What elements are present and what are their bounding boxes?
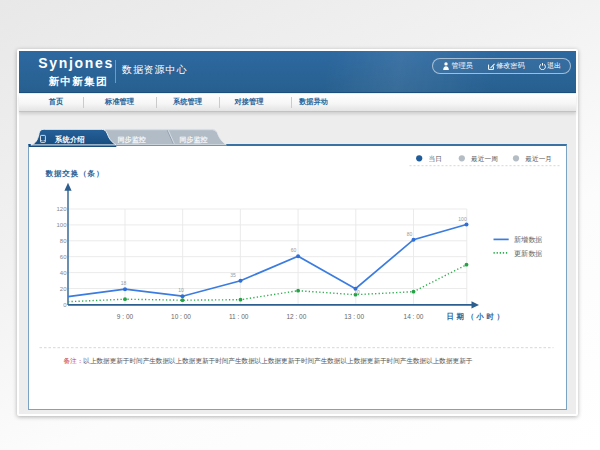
svg-text:10 : 00: 10 : 00 — [172, 312, 192, 319]
svg-text:100: 100 — [459, 215, 468, 221]
svg-text:100: 100 — [57, 222, 68, 228]
svg-text:最近一周: 最近一周 — [471, 154, 499, 161]
svg-text:120: 120 — [57, 206, 68, 212]
svg-text:35: 35 — [231, 272, 237, 278]
svg-text:10: 10 — [355, 289, 361, 295]
svg-text:11 : 00: 11 : 00 — [229, 312, 249, 319]
svg-text:9 : 00: 9 : 00 — [117, 312, 134, 319]
svg-text:40: 40 — [60, 270, 67, 276]
svg-text:18: 18 — [121, 280, 127, 286]
svg-text:日期（小时）: 日期（小时） — [447, 312, 507, 321]
svg-text:0: 0 — [64, 301, 68, 307]
svg-text:60: 60 — [291, 247, 297, 253]
svg-text:80: 80 — [407, 230, 413, 236]
svg-text:14 : 00: 14 : 00 — [404, 312, 424, 319]
svg-text:10: 10 — [179, 287, 185, 293]
svg-text:同步监控: 同步监控 — [179, 135, 207, 143]
svg-text:80: 80 — [60, 238, 67, 244]
svg-text:当日: 当日 — [429, 154, 442, 162]
svg-text:更新数据: 更新数据 — [514, 248, 542, 257]
svg-text:同步监控: 同步监控 — [117, 135, 145, 143]
svg-text:60: 60 — [60, 254, 67, 260]
svg-text:数据交换（条）: 数据交换（条） — [45, 168, 105, 177]
svg-text:备注：以上数据更新于时间产生数据以上数据更新于时间产生数据以: 备注：以上数据更新于时间产生数据以上数据更新于时间产生数据以上数据更新于时间产生… — [64, 357, 473, 365]
svg-text:新增数据: 新增数据 — [514, 235, 542, 244]
svg-text:13 : 00: 13 : 00 — [345, 312, 365, 319]
svg-text:系统介绍: 系统介绍 — [54, 135, 85, 144]
svg-text:最近一月: 最近一月 — [525, 154, 553, 162]
svg-text:12 : 00: 12 : 00 — [287, 312, 307, 319]
svg-text:20: 20 — [60, 285, 67, 291]
